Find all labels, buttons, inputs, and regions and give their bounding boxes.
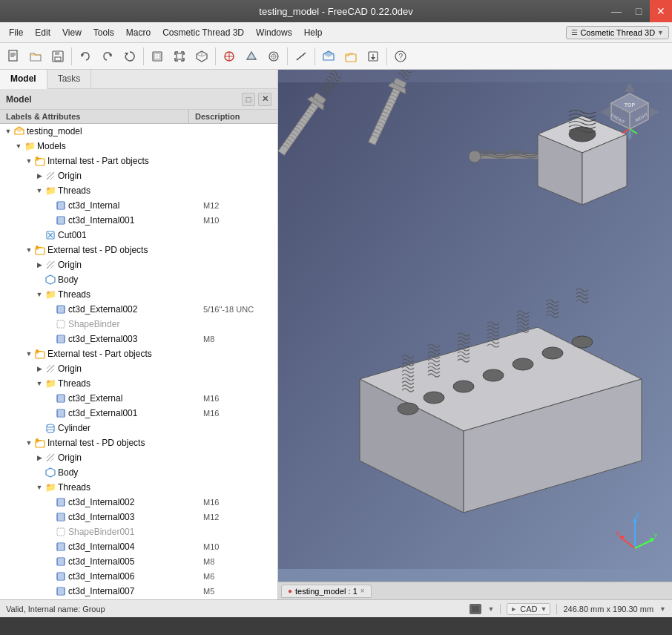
expand-root[interactable]: ▼ xyxy=(3,126,13,136)
tree-item-origin4[interactable]: ▶ Origin xyxy=(0,450,277,465)
icon-body2 xyxy=(45,467,56,478)
tree-item-ct3d-external001[interactable]: ▶ ct3d_External001 M16 xyxy=(0,406,277,421)
maximize-button[interactable]: □ xyxy=(627,0,650,22)
viewport-tab-close[interactable]: × xyxy=(360,587,365,595)
icon-thread-internal003 xyxy=(55,511,67,523)
tree-item-body1[interactable]: ▶ Body xyxy=(0,272,277,287)
tree-item-threads3[interactable]: ▼ 📁 Threads xyxy=(0,376,277,391)
new-button[interactable] xyxy=(3,46,24,67)
undo-button[interactable] xyxy=(75,46,96,67)
tree-item-ct3d-internal002[interactable]: ▶ ct3d_Internal002 M16 xyxy=(0,495,277,510)
tree-label-threads1: Threads xyxy=(56,185,200,196)
part-button[interactable] xyxy=(318,46,339,67)
tree-item-internal-pd[interactable]: ▼ Internal test - PD objects xyxy=(0,435,277,450)
group-button[interactable] xyxy=(340,46,361,67)
fit-all-button[interactable] xyxy=(147,46,168,67)
tree-item-ct3d-internal006[interactable]: ▶ ct3d_Internal006 M6 xyxy=(0,569,277,584)
expand-internal-pd[interactable]: ▼ xyxy=(24,438,34,448)
expand-threads3[interactable]: ▼ xyxy=(34,378,45,389)
expand-external-pd[interactable]: ▼ xyxy=(24,245,34,255)
navigation-cube[interactable]: TOP FRONT RIGHT xyxy=(596,79,663,145)
menu-help[interactable]: Help xyxy=(298,25,329,40)
menu-cosmetic[interactable]: Cosmetic Thread 3D xyxy=(157,25,250,40)
tree-item-ct3d-external002[interactable]: ▶ ct3d_External002 5/16"-18 UNC xyxy=(0,302,277,317)
expand-external-part[interactable]: ▼ xyxy=(24,349,34,359)
perspective-button[interactable] xyxy=(263,46,284,67)
tree-label-shapebinder1: ShapeBinder xyxy=(67,319,200,329)
tree-item-external-part[interactable]: ▼ External test - Part objects xyxy=(0,346,277,361)
svg-rect-6 xyxy=(55,57,61,61)
cad-label: CAD xyxy=(520,605,537,613)
viewport-tab[interactable]: ● testing_model : 1 × xyxy=(281,585,372,598)
draw-style-button[interactable] xyxy=(241,46,262,67)
menu-file[interactable]: File xyxy=(3,25,29,40)
expand-internal-part[interactable]: ▼ xyxy=(24,156,34,166)
expand-origin1[interactable]: ▶ xyxy=(34,171,45,181)
measure-button[interactable] xyxy=(291,46,312,67)
tab-model[interactable]: Model xyxy=(0,70,47,89)
tree-item-origin3[interactable]: ▶ Origin xyxy=(0,361,277,376)
menu-windows[interactable]: Windows xyxy=(250,25,298,40)
tree-item-threads2[interactable]: ▼ 📁 Threads xyxy=(0,287,277,302)
tree-item-body2[interactable]: ▶ Body xyxy=(0,465,277,480)
export-button[interactable] xyxy=(363,46,383,67)
expand-threads4[interactable]: ▼ xyxy=(34,482,45,493)
tree-item-ct3d-internal[interactable]: ▶ ct3d_Internal M12 xyxy=(0,198,277,213)
tree-item-shapebinder2[interactable]: ▶ ShapeBinder001 xyxy=(0,524,277,539)
menu-edit[interactable]: Edit xyxy=(29,25,56,40)
viewport[interactable]: TOP FRONT RIGHT xyxy=(278,70,672,582)
tree-item-ct3d-internal007[interactable]: ▶ ct3d_Internal007 M5 xyxy=(0,584,277,599)
panel-restore-button[interactable]: □ xyxy=(242,93,255,106)
tree-item-threads1[interactable]: ▼ 📁 Threads xyxy=(0,183,277,198)
fit-selection-button[interactable] xyxy=(169,46,190,67)
tree-item-origin2[interactable]: ▶ Origin xyxy=(0,257,277,272)
tree-item-shapebinder1[interactable]: ▶ ShapeBinder xyxy=(0,317,277,332)
expand-threads2[interactable]: ▼ xyxy=(34,289,45,300)
tree-label-body1: Body xyxy=(56,274,200,285)
dimensions-arrow[interactable]: ▼ xyxy=(659,605,666,613)
expand-origin2[interactable]: ▶ xyxy=(34,260,45,270)
status-indicator-arrow[interactable]: ▼ xyxy=(487,605,494,613)
svg-rect-5 xyxy=(55,51,59,55)
view-3d-button[interactable] xyxy=(191,46,212,67)
tree-item-ct3d-internal003[interactable]: ▶ ct3d_Internal003 M12 xyxy=(0,510,277,524)
tree-item-cut001[interactable]: ▶ Cut001 xyxy=(0,228,277,243)
svg-point-69 xyxy=(36,246,39,249)
tree-item-threads4[interactable]: ▼ 📁 Threads xyxy=(0,480,277,495)
panel-close-button[interactable]: ✕ xyxy=(258,93,271,106)
open-button[interactable] xyxy=(25,46,46,67)
svg-line-71 xyxy=(47,261,50,265)
cad-selector[interactable]: ► CAD ▼ xyxy=(507,603,550,615)
menu-tools[interactable]: Tools xyxy=(88,25,120,40)
tree-item-ct3d-internal005[interactable]: ▶ ct3d_Internal005 M8 xyxy=(0,554,277,569)
minimize-button[interactable]: — xyxy=(605,0,627,22)
tree-item-models[interactable]: ▼ 📁 Models xyxy=(0,139,277,154)
expand-threads1[interactable]: ▼ xyxy=(34,185,45,196)
expand-origin3[interactable]: ▶ xyxy=(34,363,45,374)
expand-origin4[interactable]: ▶ xyxy=(34,453,45,463)
status-color-indicator[interactable] xyxy=(470,604,481,614)
workbench-selector[interactable]: ☰ Cosmetic Thread 3D ▼ xyxy=(566,26,669,39)
expand-models[interactable]: ▼ xyxy=(13,141,24,151)
tree-item-ct3d-internal004[interactable]: ▶ ct3d_Internal004 M10 xyxy=(0,539,277,554)
model-tree[interactable]: ▼ testing_model ▼ 📁 Models ▼ xyxy=(0,124,277,599)
tree-item-external-pd[interactable]: ▼ External test - PD objects xyxy=(0,243,277,257)
tree-item-origin1[interactable]: ▶ Origin xyxy=(0,168,277,183)
svg-point-103 xyxy=(47,430,54,432)
tree-item-internal-part[interactable]: ▼ Internal test - Part objects xyxy=(0,154,277,168)
tree-item-cylinder[interactable]: ▶ Cylinder xyxy=(0,421,277,435)
tree-item-root[interactable]: ▼ testing_model xyxy=(0,124,277,139)
tree-item-ct3d-internal001[interactable]: ▶ ct3d_Internal001 M10 xyxy=(0,213,277,228)
tree-item-ct3d-external003[interactable]: ▶ ct3d_External003 M8 xyxy=(0,332,277,346)
help-button[interactable]: ? xyxy=(390,46,411,67)
tree-desc-ct3d-internal007: M5 xyxy=(200,587,274,596)
close-button[interactable]: ✕ xyxy=(650,0,672,22)
menu-macro[interactable]: Macro xyxy=(120,25,157,40)
save-button[interactable] xyxy=(47,46,68,67)
tree-item-ct3d-external[interactable]: ▶ ct3d_External M16 xyxy=(0,391,277,406)
refresh-button[interactable] xyxy=(119,46,140,67)
menu-view[interactable]: View xyxy=(56,25,88,40)
view-menu-button[interactable] xyxy=(219,46,240,67)
redo-button[interactable] xyxy=(97,46,118,67)
tab-tasks[interactable]: Tasks xyxy=(47,70,92,88)
